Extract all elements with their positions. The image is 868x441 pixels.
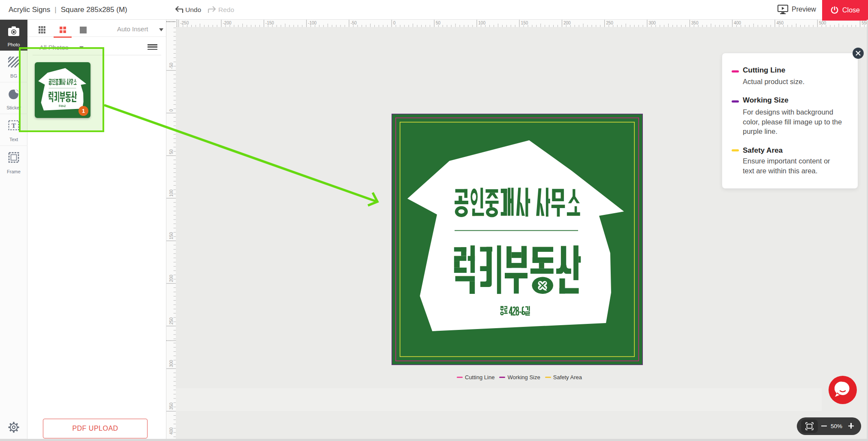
svg-text:300: 300 — [649, 21, 656, 25]
svg-text:200: 200 — [169, 275, 174, 282]
svg-text:200: 200 — [564, 21, 571, 25]
svg-text:150: 150 — [169, 232, 174, 239]
svg-text:350: 350 — [691, 21, 699, 25]
svg-text:500: 500 — [819, 21, 826, 25]
svg-text:450: 450 — [776, 21, 784, 25]
svg-text:T: T — [12, 122, 16, 129]
svg-text:350: 350 — [169, 402, 174, 410]
svg-text:-150: -150 — [265, 21, 274, 25]
svg-text:-200: -200 — [223, 21, 232, 25]
svg-text:50: 50 — [169, 149, 174, 154]
svg-text:-50: -50 — [350, 21, 357, 25]
svg-text:150: 150 — [521, 21, 528, 25]
svg-text:400: 400 — [734, 21, 741, 25]
svg-text:100: 100 — [169, 189, 174, 196]
svg-text:-250: -250 — [180, 21, 189, 25]
svg-text:400: 400 — [169, 427, 174, 435]
svg-text:-100: -100 — [308, 21, 316, 25]
svg-text:250: 250 — [606, 21, 613, 25]
svg-text:0: 0 — [393, 21, 396, 25]
svg-text:-50: -50 — [169, 63, 174, 69]
svg-text:100: 100 — [478, 21, 485, 25]
svg-text:0: 0 — [169, 109, 174, 112]
svg-text:50: 50 — [436, 21, 441, 25]
svg-text:300: 300 — [169, 360, 174, 367]
svg-text:250: 250 — [169, 317, 174, 324]
